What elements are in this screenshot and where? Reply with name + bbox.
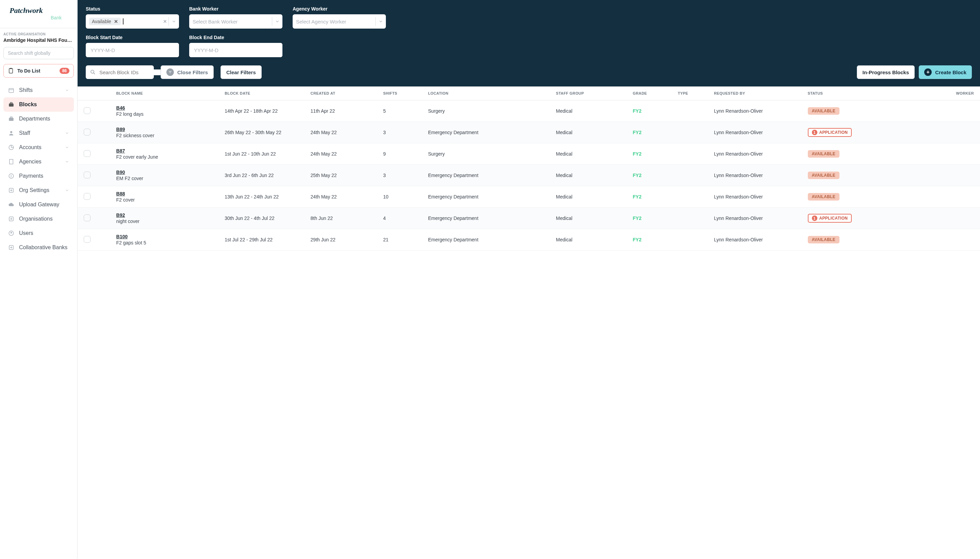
grade: FY2: [630, 165, 675, 186]
blocks-table: BLOCK NAMEBLOCK DATECREATED ATSHIFTSLOCA…: [78, 86, 980, 251]
sidebar-item-staff[interactable]: Staff: [3, 126, 74, 140]
global-search: [3, 47, 74, 59]
row-checkbox[interactable]: [84, 236, 91, 243]
plus-square-icon: [8, 187, 14, 194]
create-block-button[interactable]: + Create Block: [919, 65, 972, 79]
svg-point-8: [10, 131, 12, 133]
worker: [919, 208, 980, 229]
end-date-input[interactable]: [189, 43, 282, 57]
global-search-input[interactable]: [3, 47, 74, 59]
staff-group: Medical: [553, 122, 630, 143]
created-at: 29th Jun 22: [308, 229, 380, 251]
chip-remove-icon[interactable]: ✕: [114, 19, 118, 24]
type: [675, 101, 711, 122]
chevron-down-icon[interactable]: [272, 19, 282, 24]
status-badge[interactable]: 1APPLICATION: [808, 128, 852, 137]
block-id-link[interactable]: B92: [116, 212, 219, 218]
grade: FY2: [630, 122, 675, 143]
sidebar-item-organisations[interactable]: Organisations: [3, 212, 74, 226]
row-checkbox[interactable]: [84, 150, 91, 157]
sidebar-item-accounts[interactable]: Accounts: [3, 140, 74, 155]
block-date: 26th May 22 - 30th May 22: [222, 122, 308, 143]
svg-rect-10: [10, 159, 13, 164]
location: Surgery: [426, 101, 553, 122]
search-blocks-input[interactable]: [99, 69, 164, 75]
col-header: LOCATION: [426, 86, 553, 101]
status-cell: AVAILABLE: [805, 186, 919, 208]
staff-group: Medical: [553, 208, 630, 229]
col-header: GRADE: [630, 86, 675, 101]
shifts: 10: [380, 186, 426, 208]
status-badge[interactable]: 1APPLICATION: [808, 214, 852, 223]
nav-label: Accounts: [19, 144, 41, 150]
todo-list-button[interactable]: To Do List 86: [3, 64, 74, 78]
row-checkbox[interactable]: [84, 172, 91, 179]
shifts: 9: [380, 143, 426, 165]
grade: FY2: [630, 229, 675, 251]
close-filters-button[interactable]: Close Filters: [161, 65, 214, 79]
svg-rect-5: [10, 103, 12, 104]
sidebar-item-shifts[interactable]: Shifts: [3, 83, 74, 98]
table-row: B88F2 cover13th Jun 22 - 24th Jun 2224th…: [78, 186, 980, 208]
block-id-link[interactable]: B100: [116, 234, 219, 239]
sidebar-item-agencies[interactable]: Agencies: [3, 155, 74, 169]
sidebar-item-upload-gateway[interactable]: Upload Gateway: [3, 197, 74, 212]
sidebar-item-org-settings[interactable]: Org Settings: [3, 183, 74, 197]
plus-square-icon: [8, 216, 14, 222]
status-badge: AVAILABLE: [808, 107, 840, 115]
chevron-down-icon[interactable]: [376, 19, 386, 24]
application-count: 1: [812, 130, 817, 135]
agency-worker-select[interactable]: Select Agency Worker: [293, 14, 386, 28]
start-date-input[interactable]: [86, 43, 179, 57]
requested-by: Lynn Renardson-Oliver: [711, 101, 805, 122]
col-header: REQUESTED BY: [711, 86, 805, 101]
col-header: STAFF GROUP: [553, 86, 630, 101]
close-filters-label: Close Filters: [177, 69, 208, 75]
block-id-link[interactable]: B89: [116, 127, 219, 132]
briefcase-icon: [8, 101, 14, 108]
worker: [919, 101, 980, 122]
svg-text:£: £: [10, 175, 12, 178]
status-select[interactable]: Available ✕ ✕: [86, 14, 179, 28]
nav-label: Payments: [19, 173, 43, 179]
col-header: STATUS: [805, 86, 919, 101]
row-checkbox[interactable]: [84, 107, 91, 114]
shifts: 4: [380, 208, 426, 229]
clear-filters-button[interactable]: Clear Filters: [221, 65, 262, 79]
created-at: 24th May 22: [308, 186, 380, 208]
type: [675, 229, 711, 251]
row-checkbox[interactable]: [84, 215, 91, 221]
start-date-input-wrap: [86, 43, 179, 57]
block-id-link[interactable]: B88: [116, 191, 219, 197]
col-header: BLOCK NAME: [114, 86, 222, 101]
sidebar-item-collaborative-banks[interactable]: Collaborative Banks: [3, 240, 74, 255]
logo-sub: Bank: [10, 15, 68, 20]
text-cursor: [123, 18, 124, 25]
sidebar-item-users[interactable]: Users: [3, 226, 74, 240]
block-desc: F2 gaps slot 5: [116, 240, 219, 245]
row-checkbox[interactable]: [84, 193, 91, 200]
in-progress-button[interactable]: In-Progress Blocks: [857, 65, 915, 79]
block-id-link[interactable]: B46: [116, 105, 219, 111]
search-blocks: [86, 65, 154, 79]
bank-worker-select[interactable]: Select Bank Worker: [189, 14, 282, 28]
location: Emergency Department: [426, 208, 553, 229]
block-id-link[interactable]: B87: [116, 148, 219, 154]
staff-group: Medical: [553, 229, 630, 251]
clipboard-icon: [8, 68, 14, 74]
toolbar: Close Filters Clear Filters In-Progress …: [78, 65, 980, 86]
clear-icon[interactable]: ✕: [163, 19, 168, 24]
table-row: B92night cover30th Jun 22 - 4th Jul 228t…: [78, 208, 980, 229]
row-checkbox[interactable]: [84, 129, 91, 136]
sidebar-item-payments[interactable]: £Payments: [3, 169, 74, 183]
sidebar-item-blocks[interactable]: Blocks: [3, 98, 74, 112]
table-wrap: BLOCK NAMEBLOCK DATECREATED ATSHIFTSLOCA…: [78, 86, 980, 559]
requested-by: Lynn Renardson-Oliver: [711, 143, 805, 165]
block-desc: night cover: [116, 218, 219, 224]
sidebar-item-departments[interactable]: Departments: [3, 112, 74, 126]
svg-point-25: [91, 70, 94, 73]
status-cell: AVAILABLE: [805, 101, 919, 122]
start-date-label: Block Start Date: [86, 35, 179, 40]
chevron-down-icon[interactable]: [169, 19, 179, 24]
block-id-link[interactable]: B90: [116, 170, 219, 175]
